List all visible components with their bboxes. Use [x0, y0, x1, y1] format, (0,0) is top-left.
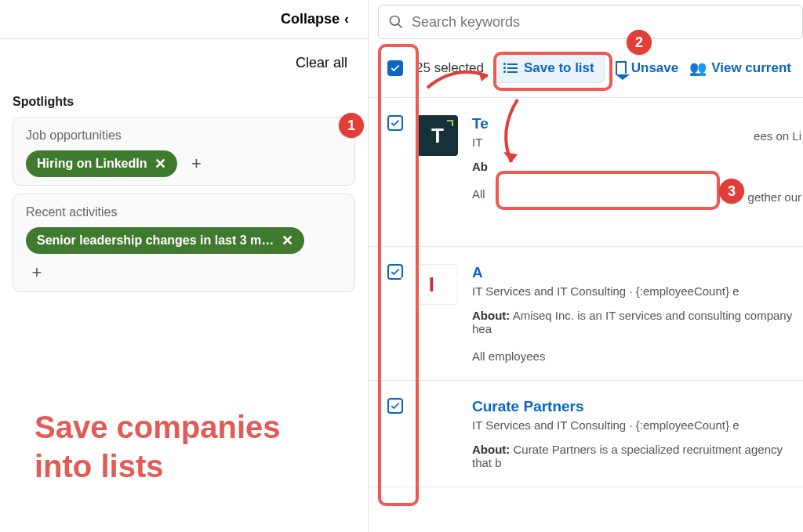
- company-result-row: AMISEQ A IT Services and IT Consulting ·…: [369, 247, 803, 381]
- about-tail: gether our: [748, 190, 801, 204]
- company-sub: IT Services and IT Consulting · {:employ…: [472, 284, 803, 298]
- svg-point-0: [391, 16, 400, 26]
- bookmark-icon: [616, 61, 627, 75]
- collapse-toggle[interactable]: Collapse ‹: [0, 0, 368, 39]
- annotation-headline: Save companies into lists Save companies…: [35, 407, 281, 486]
- pill-label: Senior leadership changes in last 3 m…: [37, 233, 274, 248]
- about-label: Ab: [472, 160, 488, 173]
- bulk-action-row: 25 selected Save to list Unsave 👥 View c…: [369, 39, 803, 98]
- company-logo: 🐿: [417, 398, 458, 439]
- recent-activities-label: Recent activities: [26, 205, 342, 219]
- view-current-button[interactable]: 👥 View current: [689, 60, 791, 77]
- search-bar[interactable]: [378, 5, 803, 39]
- leadership-changes-pill[interactable]: Senior leadership changes in last 3 m… ✕: [26, 227, 304, 254]
- pill-label: Hiring on LinkedIn: [37, 157, 147, 171]
- search-icon: [388, 14, 404, 30]
- company-sub: IT Services and IT Consulting · {:employ…: [472, 418, 803, 432]
- company-name-link[interactable]: Curate Partners: [472, 398, 803, 415]
- svg-line-1: [398, 24, 402, 28]
- unsave-label: Unsave: [631, 60, 678, 76]
- about-text: Amiseq Inc. is an IT services and consul…: [472, 309, 792, 335]
- company-name-link[interactable]: A: [472, 264, 803, 281]
- list-icon: [505, 63, 518, 73]
- add-job-filter-button[interactable]: +: [185, 153, 207, 175]
- close-icon[interactable]: ✕: [154, 157, 166, 171]
- about-label: About:: [472, 309, 510, 322]
- search-input[interactable]: [412, 14, 793, 31]
- row-checkbox[interactable]: [387, 398, 403, 414]
- chevron-left-icon: ‹: [344, 11, 349, 27]
- company-result-row: T Te IT ees on Li Ab gether our All: [369, 98, 803, 247]
- close-icon[interactable]: ✕: [282, 233, 293, 248]
- spotlight-card-job-opportunities: Job opportunities Hiring on LinkedIn ✕ +: [13, 117, 355, 186]
- people-icon: 👥: [689, 60, 707, 77]
- save-to-list-label: Save to list: [524, 60, 594, 76]
- spotlights-heading: Spotlights: [13, 95, 355, 109]
- hiring-on-linkedin-pill[interactable]: Hiring on LinkedIn ✕: [26, 150, 177, 177]
- add-activity-filter-button[interactable]: +: [26, 262, 48, 284]
- job-opportunities-label: Job opportunities: [26, 128, 342, 143]
- save-to-list-button[interactable]: Save to list: [495, 53, 605, 83]
- collapse-label: Collapse: [281, 11, 340, 27]
- about-label: About:: [472, 443, 510, 456]
- selected-count: 25 selected: [416, 60, 484, 76]
- company-result-row: 🐿 Curate Partners IT Services and IT Con…: [369, 381, 803, 487]
- view-current-label: View current: [711, 60, 791, 76]
- row-checkbox[interactable]: [387, 115, 403, 131]
- select-all-checkbox[interactable]: [387, 60, 403, 76]
- unsave-button[interactable]: Unsave: [616, 60, 678, 76]
- company-logo: T: [417, 115, 458, 156]
- company-tail-text: ees on Li: [754, 129, 801, 143]
- about-text: Curate Partners is a specialized recruit…: [472, 443, 783, 469]
- clear-all-button[interactable]: Clear all: [296, 55, 347, 71]
- all-employees-link[interactable]: All employees: [472, 349, 803, 363]
- spotlight-card-recent-activities: Recent activities Senior leadership chan…: [13, 194, 355, 292]
- company-logo: AMISEQ: [417, 264, 458, 305]
